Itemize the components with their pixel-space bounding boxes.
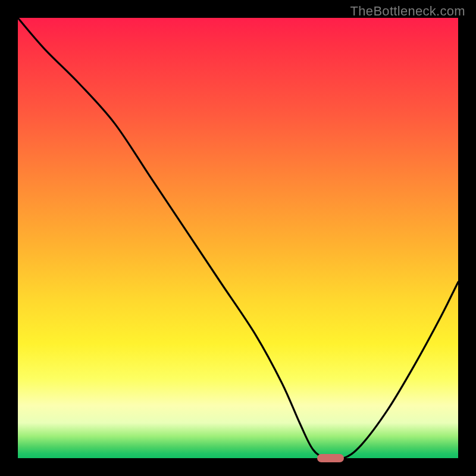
- optimal-marker: [317, 454, 343, 462]
- curve-path: [18, 18, 458, 459]
- bottleneck-curve: [18, 18, 458, 458]
- plot-area: [18, 18, 458, 458]
- watermark-text: TheBottleneck.com: [350, 4, 465, 19]
- chart-frame: TheBottleneck.com: [0, 0, 476, 476]
